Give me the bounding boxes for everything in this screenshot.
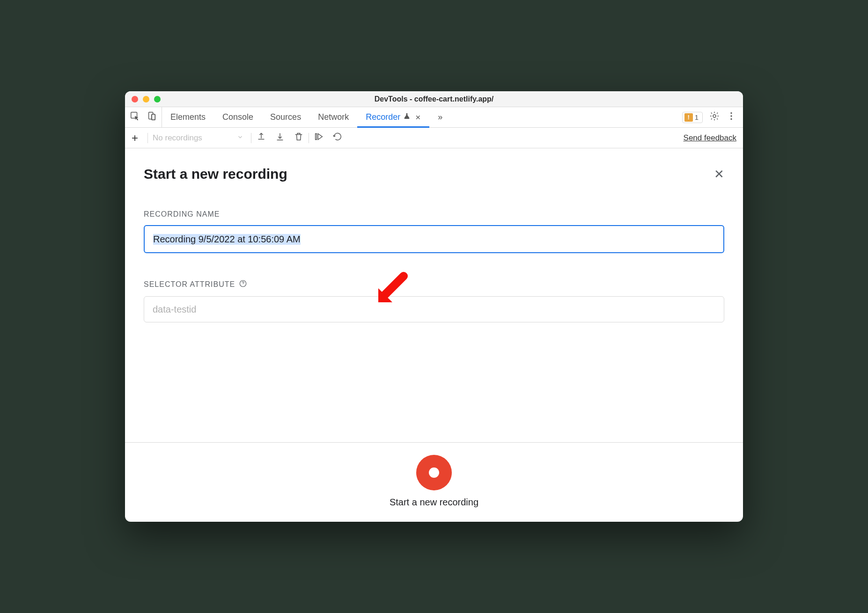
warning-icon: ! (684, 113, 693, 122)
tab-label: Network (318, 112, 349, 122)
warnings-badge[interactable]: ! 1 (682, 112, 703, 123)
tab-network[interactable]: Network (309, 107, 357, 127)
panel-title: Start a new recording (144, 166, 287, 182)
new-recording-panel: Start a new recording ✕ RECORDING NAME S… (125, 148, 743, 442)
recording-name-label: RECORDING NAME (144, 210, 724, 219)
svg-point-5 (730, 112, 732, 114)
chevron-down-icon (237, 133, 243, 143)
divider (147, 133, 148, 143)
inspect-element-icon[interactable] (130, 111, 140, 124)
devtools-tabstrip: Elements Console Sources Network Recorde… (125, 107, 743, 128)
record-icon (429, 467, 439, 478)
tab-console[interactable]: Console (214, 107, 262, 127)
help-icon[interactable] (239, 279, 247, 290)
selector-attribute-label: SELECTOR ATTRIBUTE (144, 279, 724, 290)
device-toolbar-icon[interactable] (147, 111, 157, 124)
flask-icon (403, 112, 411, 122)
settings-icon[interactable] (709, 111, 720, 124)
svg-point-4 (713, 115, 716, 117)
start-recording-label: Start a new recording (390, 497, 478, 508)
devtools-window: DevTools - coffee-cart.netlify.app/ Elem… (125, 91, 743, 522)
recording-name-input[interactable] (144, 225, 724, 253)
window-close-button[interactable] (132, 96, 138, 102)
import-icon[interactable] (275, 131, 285, 144)
chevron-right-double-icon: » (438, 112, 442, 122)
recordings-dropdown[interactable]: No recordings (153, 133, 246, 143)
selector-attribute-input[interactable] (144, 296, 724, 322)
new-recording-icon[interactable]: + (132, 131, 143, 145)
tab-sources[interactable]: Sources (262, 107, 309, 127)
divider (251, 133, 251, 143)
window-minimize-button[interactable] (143, 96, 149, 102)
traffic-lights (125, 96, 161, 102)
export-icon[interactable] (256, 131, 266, 144)
svg-point-7 (730, 118, 732, 120)
replay-icon[interactable] (332, 131, 343, 144)
tab-label: Elements (170, 112, 206, 122)
recorder-content: Start a new recording ✕ RECORDING NAME S… (125, 148, 743, 522)
divider (309, 133, 309, 143)
tab-label: Recorder (366, 112, 400, 122)
window-title: DevTools - coffee-cart.netlify.app/ (125, 95, 743, 103)
delete-icon[interactable] (294, 131, 304, 144)
titlebar: DevTools - coffee-cart.netlify.app/ (125, 91, 743, 107)
close-panel-icon[interactable]: ✕ (714, 167, 724, 182)
warning-count: 1 (695, 113, 699, 121)
more-tabs-button[interactable]: » (429, 107, 451, 127)
replay-speed-icon[interactable] (314, 131, 324, 144)
tab-elements[interactable]: Elements (162, 107, 214, 127)
start-recording-button[interactable] (416, 455, 452, 490)
selector-attribute-label-text: SELECTOR ATTRIBUTE (144, 280, 235, 289)
send-feedback-link[interactable]: Send feedback (684, 133, 736, 143)
dropdown-placeholder: No recordings (153, 133, 202, 143)
svg-rect-2 (152, 114, 155, 120)
close-tab-icon[interactable]: ✕ (415, 114, 421, 121)
kebab-menu-icon[interactable] (726, 111, 736, 124)
svg-rect-8 (316, 134, 317, 140)
tab-label: Sources (270, 112, 301, 122)
svg-point-6 (730, 115, 732, 117)
recorder-toolbar: + No recordings Send feedback (125, 128, 743, 148)
tab-recorder[interactable]: Recorder ✕ (357, 107, 429, 127)
tab-label: Console (222, 112, 253, 122)
window-maximize-button[interactable] (154, 96, 161, 102)
start-section: Start a new recording (125, 442, 743, 522)
